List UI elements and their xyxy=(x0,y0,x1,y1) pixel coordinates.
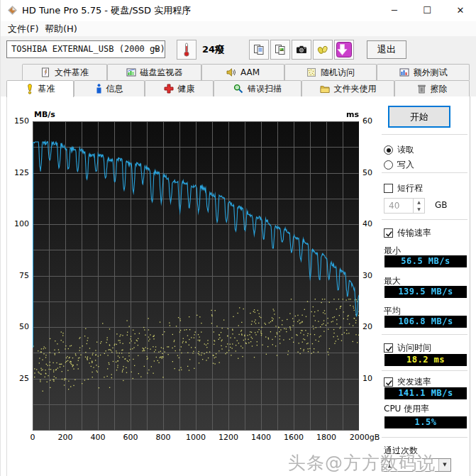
y-left-tick-label: 100 xyxy=(11,219,29,228)
y-right-unit-label: ms xyxy=(346,110,359,119)
access-time-label: 访问时间 xyxy=(397,342,431,354)
short-stroke-checkbox[interactable] xyxy=(384,184,393,193)
tab-label: 擦除 xyxy=(431,83,448,95)
screenshot-icon xyxy=(296,44,307,55)
spinner-buttons[interactable]: ▲▼ xyxy=(413,199,424,213)
y-left-tick-label: 50 xyxy=(11,322,29,331)
tab-error-scan[interactable]: 错误扫描 xyxy=(214,80,301,96)
benchmark-chart-canvas xyxy=(33,121,359,431)
y-left-tick-label: 25 xyxy=(11,374,29,383)
access-time-checkbox[interactable] xyxy=(384,343,393,353)
y-left-tick-label: 125 xyxy=(11,168,29,177)
erase-icon xyxy=(417,84,426,94)
hdtune-window: HD Tune Pro 5.75 - 硬盘/SSD 实用程序 ─ ☐ ✕ 文件(… xyxy=(0,0,476,476)
hands-icon xyxy=(317,44,328,55)
tab-label: AAM xyxy=(240,67,260,77)
burst-rate-row[interactable]: 突发速率 xyxy=(384,376,431,388)
short-stroke-spinner[interactable]: 40 ▲▼ xyxy=(384,198,425,214)
app-icon xyxy=(8,6,17,15)
window-title: HD Tune Pro 5.75 - 硬盘/SSD 实用程序 xyxy=(22,0,191,21)
x-tick-label: 1200 xyxy=(213,433,244,442)
y-right-tick-label: 60 xyxy=(362,116,381,126)
download-button[interactable] xyxy=(334,40,354,60)
access-time-row[interactable]: 访问时间 xyxy=(384,342,431,354)
write-radio-label: 写入 xyxy=(397,159,414,171)
separator xyxy=(382,172,467,173)
menu-help[interactable]: 帮助(H) xyxy=(40,21,82,36)
x-tick-label: 600 xyxy=(115,433,146,442)
tab-info[interactable]: 信息 xyxy=(74,80,145,96)
copy-text-button[interactable] xyxy=(249,40,269,60)
folder-usage-icon xyxy=(320,84,330,94)
x-tick-label: 200 xyxy=(50,433,81,442)
maximize-button[interactable]: ☐ xyxy=(415,0,439,21)
pass-count-dropdown-icon[interactable]: ▼ xyxy=(438,459,450,471)
tab-aam[interactable]: AAM xyxy=(201,64,284,80)
minimize-button[interactable]: ─ xyxy=(382,0,406,21)
y-left-tick-label: 75 xyxy=(11,271,29,280)
spin-up-icon[interactable]: ▲ xyxy=(414,199,424,206)
x-tick-label: 0 xyxy=(17,433,48,442)
tab-erase[interactable]: 擦除 xyxy=(394,80,470,96)
copy-image-button[interactable] xyxy=(270,40,290,60)
short-stroke-row[interactable]: 短行程 xyxy=(384,182,423,194)
tab-file-benchmark[interactable]: 文件基准 xyxy=(22,64,107,80)
start-button[interactable]: 开始 xyxy=(388,106,450,128)
random-access-icon xyxy=(306,67,316,77)
tab-disk-monitor[interactable]: 磁盘监视器 xyxy=(107,64,201,80)
separator xyxy=(382,219,467,220)
y-right-tick-label: 10 xyxy=(362,374,381,383)
disk-monitor-icon xyxy=(126,67,136,77)
file-benchmark-icon xyxy=(40,67,50,77)
exit-button[interactable]: 退出 xyxy=(367,40,406,59)
hands-button[interactable] xyxy=(313,40,333,60)
close-button[interactable]: ✕ xyxy=(448,0,472,21)
x-tick-label: 2000gB xyxy=(349,433,380,442)
y-right-tick-label: 30 xyxy=(362,271,381,280)
y-right-tick-label: 40 xyxy=(362,219,381,228)
cpu-usage-label: CPU 使用率 xyxy=(384,403,429,415)
spin-down-icon[interactable]: ▼ xyxy=(414,206,424,213)
error-scan-icon xyxy=(233,84,243,94)
download-icon xyxy=(336,42,352,57)
tab-folder-usage[interactable]: 文件夹使用 xyxy=(301,80,394,96)
tab-random-access[interactable]: 随机访问 xyxy=(284,64,377,80)
screenshot-button[interactable] xyxy=(292,40,311,60)
x-tick-label: 1400 xyxy=(245,433,277,442)
drive-select[interactable]: TOSHIBA EXTERNAL_USB (2000 gB) xyxy=(6,40,165,58)
y-right-tick-label: 20 xyxy=(362,322,381,331)
burst-rate-display: 141.1 MB/s xyxy=(384,387,467,399)
menu-file[interactable]: 文件(F) xyxy=(4,21,43,36)
burst-rate-checkbox[interactable] xyxy=(384,377,393,387)
gb-unit-label: GB xyxy=(435,200,448,210)
tab-label: 额外测试 xyxy=(414,67,448,79)
tab-label: 健康 xyxy=(178,83,195,95)
transfer-rate-row[interactable]: 传输速率 xyxy=(384,227,431,239)
benchmark-icon xyxy=(26,84,34,94)
tab-health[interactable]: 健康 xyxy=(145,80,214,96)
min-value-display: 56.5 MB/s xyxy=(384,255,467,267)
x-tick-label: 1000 xyxy=(180,433,211,442)
tab-label: 磁盘监视器 xyxy=(140,67,183,79)
write-radio-row[interactable]: 写入 xyxy=(384,159,414,171)
read-radio-row[interactable]: 读取 xyxy=(384,144,414,156)
write-radio[interactable] xyxy=(384,160,393,170)
x-tick-label: 1800 xyxy=(311,433,342,442)
short-stroke-label: 短行程 xyxy=(397,182,423,194)
copy-text-icon xyxy=(253,44,265,55)
thermometer-icon xyxy=(183,43,190,57)
tab-benchmark[interactable]: 基准 xyxy=(6,80,74,97)
read-radio[interactable] xyxy=(384,145,393,155)
tab-label: 文件基准 xyxy=(55,67,89,79)
transfer-rate-checkbox[interactable] xyxy=(384,228,393,238)
access-time-display: 18.2 ms xyxy=(384,354,467,366)
tab-extra-tests[interactable]: 额外测试 xyxy=(377,64,470,80)
separator xyxy=(382,334,467,335)
tab-label: 错误扫描 xyxy=(248,83,282,95)
tab-label: 基准 xyxy=(38,83,55,95)
y-left-unit-label: MB/s xyxy=(34,110,55,119)
temperature-button[interactable] xyxy=(177,40,197,60)
tab-strip: 文件基准磁盘监视器AAM随机访问额外测试 基准信息健康错误扫描文件夹使用擦除 xyxy=(1,63,476,96)
health-icon xyxy=(164,84,174,94)
x-tick-label: 400 xyxy=(82,433,114,442)
